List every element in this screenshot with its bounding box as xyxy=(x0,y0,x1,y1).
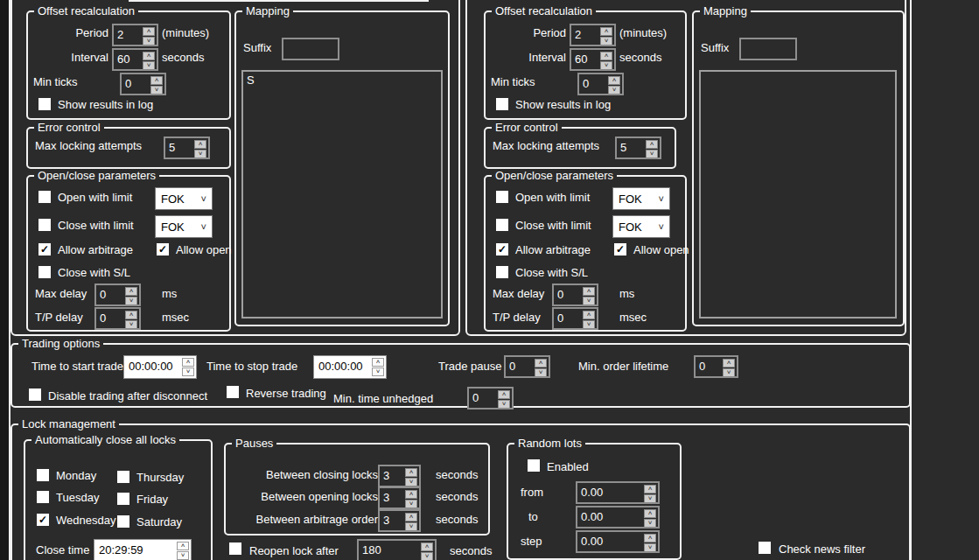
spin-up-icon[interactable]: ˄ xyxy=(723,359,735,368)
spin-up-icon[interactable]: ˄ xyxy=(608,76,620,85)
spin-down-icon[interactable]: ˅ xyxy=(644,519,656,528)
spin-down-icon[interactable]: ˅ xyxy=(644,543,656,552)
allow-arbitrage-checkbox[interactable] xyxy=(38,243,51,256)
spin-down-icon[interactable]: ˅ xyxy=(646,150,658,158)
friday-checkbox[interactable] xyxy=(117,493,129,505)
close-with-limit-checkbox[interactable] xyxy=(38,219,51,231)
time-to-start-input[interactable]: 00:00:00˄˅ xyxy=(123,355,197,379)
spin-down-icon[interactable]: ˅ xyxy=(372,368,384,376)
spin-up-icon[interactable]: ˄ xyxy=(405,513,417,522)
spin-down-icon[interactable]: ˅ xyxy=(143,61,155,70)
spin-up-icon[interactable]: ˄ xyxy=(535,359,547,368)
allow-arbitrage-checkbox[interactable] xyxy=(496,243,508,256)
random-lots-enabled-checkbox[interactable] xyxy=(528,459,540,472)
allow-open-checkbox[interactable] xyxy=(614,243,626,256)
spin-up-icon[interactable]: ˄ xyxy=(498,390,510,399)
spin-up-icon[interactable]: ˄ xyxy=(421,542,433,551)
spin-up-icon[interactable]: ˄ xyxy=(583,311,595,319)
spin-down-icon[interactable]: ˅ xyxy=(600,61,612,70)
close-with-limit-checkbox[interactable] xyxy=(496,219,508,231)
spin-down-icon[interactable]: ˅ xyxy=(608,86,620,94)
spin-down-icon[interactable]: ˅ xyxy=(143,37,155,46)
spin-up-icon[interactable]: ˄ xyxy=(644,534,656,542)
spin-down-icon[interactable]: ˅ xyxy=(150,86,163,94)
wednesday-checkbox[interactable] xyxy=(37,514,49,526)
min-ticks-input[interactable]: 0˄˅ xyxy=(577,73,624,95)
spin-up-icon[interactable]: ˄ xyxy=(644,485,656,494)
max-locking-attempts-input[interactable]: 5˄˅ xyxy=(164,136,210,159)
open-with-limit-checkbox[interactable] xyxy=(38,191,51,203)
spin-up-icon[interactable]: ˄ xyxy=(600,52,612,60)
tuesday-checkbox[interactable] xyxy=(37,491,49,503)
show-results-checkbox[interactable] xyxy=(38,98,51,110)
list-item[interactable]: S xyxy=(243,72,441,88)
close-with-limit-select[interactable]: FOK˅ xyxy=(155,215,213,238)
spin-up-icon[interactable]: ˄ xyxy=(125,311,137,319)
spin-up-icon[interactable]: ˄ xyxy=(644,509,656,518)
reopen-lock-input[interactable]: 180˄˅ xyxy=(357,539,437,560)
between-closing-locks-input[interactable]: 3˄˅ xyxy=(378,465,421,487)
max-delay-input[interactable]: 0˄˅ xyxy=(552,284,598,306)
period-input[interactable]: 2˄˅ xyxy=(112,24,158,46)
max-locking-attempts-input[interactable]: 5˄˅ xyxy=(615,136,661,159)
close-with-limit-select[interactable]: FOK˅ xyxy=(612,215,670,238)
open-with-limit-checkbox[interactable] xyxy=(496,191,508,203)
suffix-input[interactable] xyxy=(739,38,797,60)
spin-up-icon[interactable]: ˄ xyxy=(372,358,384,367)
spin-down-icon[interactable]: ˅ xyxy=(498,400,510,409)
interval-input[interactable]: 60˄˅ xyxy=(112,48,158,71)
spin-down-icon[interactable]: ˅ xyxy=(177,551,189,560)
between-arbitrage-order-input[interactable]: 3˄˅ xyxy=(378,509,421,532)
spin-up-icon[interactable]: ˄ xyxy=(405,468,417,477)
open-with-limit-select[interactable]: FOK˅ xyxy=(155,187,213,210)
disable-trading-checkbox[interactable] xyxy=(29,388,41,401)
between-opening-locks-input[interactable]: 3˄˅ xyxy=(378,486,421,509)
suffix-input[interactable] xyxy=(282,38,339,60)
spin-down-icon[interactable]: ˅ xyxy=(583,320,595,329)
spin-down-icon[interactable]: ˅ xyxy=(421,552,433,560)
saturday-checkbox[interactable] xyxy=(117,515,129,528)
close-with-sl-checkbox[interactable] xyxy=(496,266,508,278)
allow-open-checkbox[interactable] xyxy=(157,243,169,256)
max-delay-input[interactable]: 0˄˅ xyxy=(94,284,141,306)
close-with-sl-checkbox[interactable] xyxy=(38,266,51,278)
spin-up-icon[interactable]: ˄ xyxy=(600,27,612,36)
spin-down-icon[interactable]: ˅ xyxy=(405,478,417,486)
spin-down-icon[interactable]: ˅ xyxy=(125,320,137,329)
spin-up-icon[interactable]: ˄ xyxy=(125,287,137,296)
open-with-limit-select[interactable]: FOK˅ xyxy=(612,187,670,210)
spin-up-icon[interactable]: ˄ xyxy=(194,140,206,149)
spin-down-icon[interactable]: ˅ xyxy=(182,368,194,376)
show-results-checkbox[interactable] xyxy=(496,98,508,110)
reopen-lock-checkbox[interactable] xyxy=(229,542,241,555)
trade-pause-input[interactable]: 0˄˅ xyxy=(504,355,550,378)
spin-down-icon[interactable]: ˅ xyxy=(583,297,595,305)
spin-up-icon[interactable]: ˄ xyxy=(583,287,595,296)
from-input[interactable]: 0.00˄˅ xyxy=(576,481,660,504)
spin-down-icon[interactable]: ˅ xyxy=(125,297,137,305)
step-input[interactable]: 0.00˄˅ xyxy=(576,530,660,553)
spin-down-icon[interactable]: ˅ xyxy=(644,494,656,503)
spin-down-icon[interactable]: ˅ xyxy=(194,150,206,158)
time-to-stop-input[interactable]: 00:00:00˄˅ xyxy=(313,355,387,379)
mapping-listbox[interactable] xyxy=(699,70,897,318)
tp-delay-input[interactable]: 0˄˅ xyxy=(552,307,598,330)
spin-up-icon[interactable]: ˄ xyxy=(150,76,163,85)
spin-up-icon[interactable]: ˄ xyxy=(143,27,155,36)
min-ticks-input[interactable]: 0˄˅ xyxy=(120,73,166,95)
spin-down-icon[interactable]: ˅ xyxy=(405,522,417,531)
monday-checkbox[interactable] xyxy=(37,469,49,481)
mapping-listbox[interactable]: S xyxy=(241,70,443,318)
close-time-input[interactable]: 20:29:59˄˅ xyxy=(94,539,192,560)
min-time-unhedged-input[interactable]: 0˄˅ xyxy=(467,387,514,410)
spin-up-icon[interactable]: ˄ xyxy=(143,52,155,60)
spin-up-icon[interactable]: ˄ xyxy=(405,490,417,499)
spin-down-icon[interactable]: ˅ xyxy=(723,368,735,377)
to-input[interactable]: 0.00˄˅ xyxy=(576,506,660,528)
spin-down-icon[interactable]: ˅ xyxy=(535,368,547,377)
interval-input[interactable]: 60˄˅ xyxy=(570,48,616,71)
min-order-lifetime-input[interactable]: 0˄˅ xyxy=(694,355,738,378)
spin-up-icon[interactable]: ˄ xyxy=(177,542,189,550)
thursday-checkbox[interactable] xyxy=(117,471,129,483)
reverse-trading-checkbox[interactable] xyxy=(227,386,239,398)
